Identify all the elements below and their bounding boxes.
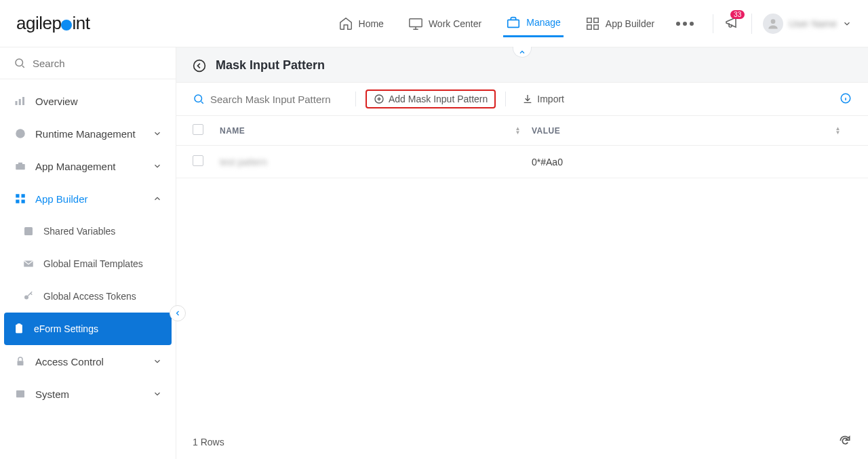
add-mask-pattern-button[interactable]: Add Mask Input Pattern xyxy=(366,89,496,108)
svg-rect-23 xyxy=(18,361,24,365)
mail-icon xyxy=(22,257,35,271)
sidebar-item-overview[interactable]: Overview xyxy=(0,85,176,117)
info-icon xyxy=(840,92,852,104)
import-button[interactable]: Import xyxy=(515,89,571,108)
page-title: Mask Input Pattern xyxy=(216,58,325,73)
cell-name: test pattern xyxy=(220,157,532,167)
server-icon xyxy=(14,387,27,401)
grid-icon xyxy=(14,192,27,205)
refresh-icon xyxy=(838,434,852,447)
chevron-down-icon xyxy=(153,161,162,171)
clipboard-icon xyxy=(12,322,26,336)
svg-rect-8 xyxy=(16,101,18,105)
column-value-label: VALUE xyxy=(532,126,560,136)
cell-value: 0*#Aa0 xyxy=(532,157,852,167)
nav-home[interactable]: Home xyxy=(336,11,387,37)
svg-rect-14 xyxy=(16,194,19,197)
nav-app-builder-label: App Builder xyxy=(606,18,654,29)
toolbar-separator xyxy=(355,92,356,106)
sidebar-item-app-builder[interactable]: App Builder xyxy=(0,182,176,215)
row-checkbox[interactable] xyxy=(193,155,203,166)
nav-manage[interactable]: Manage xyxy=(503,9,564,37)
sort-icon: ▲▼ xyxy=(515,127,532,135)
table-search[interactable] xyxy=(193,93,346,105)
briefcase-icon xyxy=(14,159,27,173)
svg-point-26 xyxy=(195,95,202,102)
sidebar-sub-label: eForm Settings xyxy=(34,323,98,334)
top-nav: Home Work Center Manage App Builder xyxy=(336,9,694,37)
row-count-label: 1 Rows xyxy=(193,437,224,447)
download-icon xyxy=(522,94,533,104)
sidebar-collapse-button[interactable] xyxy=(170,305,186,321)
sidebar-sub-access-tokens[interactable]: Global Access Tokens xyxy=(0,280,176,313)
toolbar: Add Mask Input Pattern Import xyxy=(176,83,868,116)
key-icon xyxy=(22,290,35,303)
briefcase-icon xyxy=(506,15,521,30)
sidebar-item-label: App Management xyxy=(35,161,115,172)
import-button-label: Import xyxy=(537,94,564,104)
refresh-button[interactable] xyxy=(838,434,852,450)
nav-home-label: Home xyxy=(359,18,384,29)
svg-rect-0 xyxy=(410,18,422,26)
sidebar-sub-label: Shared Variables xyxy=(43,226,115,237)
table-footer: 1 Rows xyxy=(176,424,868,459)
lock-icon xyxy=(14,355,27,368)
header-divider xyxy=(713,14,713,33)
chart-icon xyxy=(14,94,27,108)
chevron-up-icon xyxy=(518,48,526,56)
nav-manage-label: Manage xyxy=(526,17,561,28)
svg-point-11 xyxy=(16,129,25,138)
user-menu[interactable]: User Name xyxy=(751,14,852,34)
person-icon xyxy=(766,17,780,31)
home-icon xyxy=(338,16,353,31)
sidebar-item-label: System xyxy=(35,388,69,400)
sidebar-sub-shared-variables[interactable]: Shared Variables xyxy=(0,215,176,247)
svg-rect-4 xyxy=(587,24,591,28)
sidebar-search[interactable] xyxy=(0,47,176,79)
brand-logo: agilepint xyxy=(16,13,90,34)
nav-app-builder[interactable]: App Builder xyxy=(583,11,657,37)
svg-rect-3 xyxy=(594,18,598,22)
sort-icon: ▲▼ xyxy=(835,127,852,135)
sidebar-sub-eform-settings[interactable]: eForm Settings xyxy=(4,313,172,345)
chevron-down-icon xyxy=(842,19,852,28)
nav-work-center[interactable]: Work Center xyxy=(406,11,484,37)
svg-rect-5 xyxy=(594,24,598,28)
sidebar-item-label: Access Control xyxy=(35,356,104,367)
brand-text-1: agilep xyxy=(16,13,61,34)
add-button-label: Add Mask Input Pattern xyxy=(389,94,488,104)
svg-point-20 xyxy=(24,296,28,300)
svg-rect-13 xyxy=(18,163,22,164)
notifications-button[interactable]: 33 xyxy=(724,14,741,33)
svg-rect-16 xyxy=(16,200,19,203)
main-content: Mask Input Pattern Add Mask Input Patter… xyxy=(176,47,868,459)
sidebar-item-system[interactable]: System xyxy=(0,378,176,410)
chevron-down-icon xyxy=(153,389,162,399)
select-all-checkbox[interactable] xyxy=(193,124,203,135)
sidebar-item-runtime-management[interactable]: Runtime Management xyxy=(0,117,176,150)
svg-rect-2 xyxy=(587,18,591,22)
column-name-label: NAME xyxy=(220,126,245,136)
sidebar-item-access-control[interactable]: Access Control xyxy=(0,345,176,378)
nav-more-button[interactable] xyxy=(676,22,694,26)
back-arrow-icon[interactable] xyxy=(193,59,206,73)
sidebar-item-app-management[interactable]: App Management xyxy=(0,150,176,182)
info-button[interactable] xyxy=(840,92,852,106)
chevron-down-icon xyxy=(153,129,162,138)
svg-point-25 xyxy=(194,60,205,71)
sidebar-item-label: Overview xyxy=(35,96,78,107)
sidebar-sub-label: Global Email Templates xyxy=(43,258,143,269)
svg-rect-12 xyxy=(16,164,25,169)
sidebar-search-input[interactable] xyxy=(33,58,162,69)
search-icon xyxy=(14,57,26,69)
table-row[interactable]: test pattern 0*#Aa0 xyxy=(176,146,868,178)
column-name-header[interactable]: NAME ▲▼ xyxy=(220,126,532,136)
sidebar-sub-email-templates[interactable]: Global Email Templates xyxy=(0,247,176,280)
search-icon xyxy=(193,93,205,105)
svg-rect-17 xyxy=(22,200,25,203)
table-search-input[interactable] xyxy=(210,94,346,105)
chevron-up-icon xyxy=(153,194,162,203)
column-value-header[interactable]: VALUE ▲▼ xyxy=(532,126,852,136)
top-header: agilepint Home Work Center Manage App Bu… xyxy=(0,0,868,47)
plus-circle-icon xyxy=(374,94,384,104)
